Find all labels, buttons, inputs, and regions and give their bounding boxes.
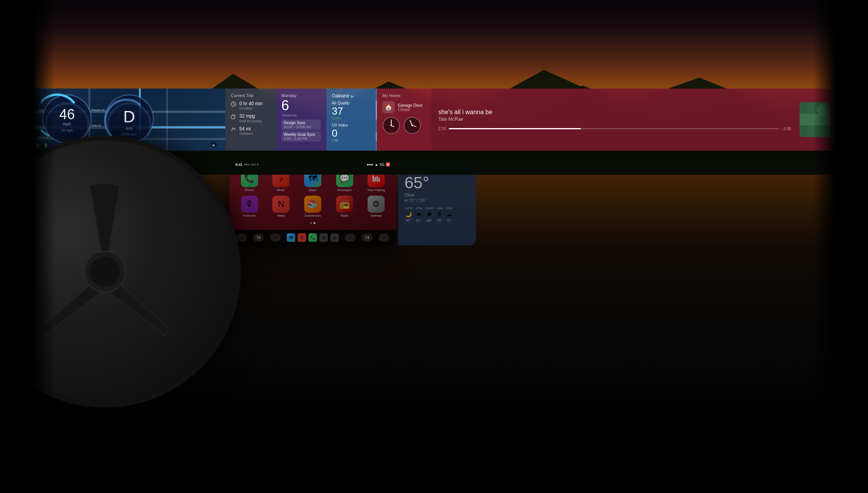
steering-wheel-spokes xyxy=(0,141,236,403)
np-text-area: she's all i wanna be Tate McRae 2:18 -1:… xyxy=(438,109,830,131)
calendar-event-2[interactable]: Weekly Goal Sync 2:30 – 3:30 PM xyxy=(281,131,321,142)
np-progress-track[interactable] xyxy=(449,128,779,129)
garage-icon: 🏠 xyxy=(382,101,395,113)
weather-aq-section: Air Quality 37 Good xyxy=(332,101,371,120)
np-time-total: -1:06 xyxy=(782,127,791,131)
trip-distance-item: 54 mi Distance xyxy=(231,126,270,135)
trip-duration-item: 0 hr 40 min Duration xyxy=(231,101,270,110)
svg-text:2700 rpm: 2700 rpm xyxy=(122,132,136,136)
np-artwork: 🎵 xyxy=(800,102,831,137)
calendar-date: 6 xyxy=(281,99,321,113)
weather-aq-label: Air Quality xyxy=(332,101,371,105)
trip-economy-value: 32 mpg xyxy=(239,113,262,119)
location-arrow-icon: ▶ xyxy=(351,94,354,98)
weather-aq-value: 37 xyxy=(332,106,371,116)
np-progress-bar: 2:18 -1:06 xyxy=(438,127,791,131)
weather-aq-status: Good xyxy=(332,116,371,120)
calendar-widget: Monday 6 Tomorrow Design Sync 10:00 – 11… xyxy=(276,89,326,151)
trip-economy-item: 32 mpg Fuel Economy xyxy=(231,113,270,123)
np-artist: Tate McRae xyxy=(438,116,791,122)
weather-location: Oakland ▶ xyxy=(332,93,371,99)
now-playing-widget: she's all i wanna be Tate McRae 2:18 -1:… xyxy=(431,89,837,151)
phone-status-bar: 9:41 Mon Jun 6 ●●● ▲ 5G ■ xyxy=(229,160,396,169)
trip-distance-value: 54 mi xyxy=(239,126,253,132)
steering-wheel[interactable] xyxy=(0,136,241,408)
analog-clock-2 xyxy=(403,116,421,134)
svg-line-28 xyxy=(234,104,235,105)
svg-text:74 mph: 74 mph xyxy=(61,128,73,132)
svg-text:auto: auto xyxy=(125,126,133,130)
calendar-event-2-time: 2:30 – 3:30 PM xyxy=(284,137,319,141)
svg-text:🎵: 🎵 xyxy=(809,113,821,124)
garage-text: Garage Door Closed xyxy=(398,103,423,112)
analog-clock-1 xyxy=(382,116,400,134)
status-left: 9:41 Mon Jun 6 xyxy=(235,163,258,167)
np-time-current: 2:18 xyxy=(438,127,446,131)
svg-text:D: D xyxy=(123,108,135,126)
home-clocks xyxy=(382,116,426,134)
battery-icon: ■ xyxy=(386,162,390,167)
svg-point-51 xyxy=(90,257,120,286)
garage-status: Closed xyxy=(398,108,423,112)
svg-point-36 xyxy=(390,125,392,126)
clock-icon xyxy=(231,101,236,107)
weather-uv-value: 0 xyxy=(332,128,371,138)
weather-uv-status: Low xyxy=(332,138,371,142)
trip-duration-value: 0 hr 40 min xyxy=(239,101,263,106)
weather-uv-label: UV Index xyxy=(332,123,371,127)
trip-economy-label: Fuel Economy xyxy=(239,119,262,123)
weather-uv-section: UV Index 0 Low xyxy=(332,123,371,142)
wifi-icon: ▲ xyxy=(375,163,378,167)
calendar-event-1-time: 10:00 – 11:00 AM xyxy=(284,125,319,129)
svg-rect-29 xyxy=(232,115,235,119)
garage-door-item[interactable]: 🏠 Garage Door Closed xyxy=(382,101,426,113)
trip-duration-label: Duration xyxy=(239,106,263,110)
weather-widget: Oakland ▶ Air Quality 37 Good UV Index 0… xyxy=(326,89,377,151)
fuel-icon xyxy=(231,114,236,119)
5g-label: 5G xyxy=(380,163,384,167)
status-icons: ●●● ▲ 5G ■ xyxy=(367,162,390,167)
svg-text:46: 46 xyxy=(59,106,75,122)
np-artwork-svg: 🎵 xyxy=(800,102,831,137)
svg-point-40 xyxy=(411,125,413,126)
signal-icon: ●●● xyxy=(367,163,373,167)
home-widget: My Home 🏠 Garage Door Closed xyxy=(377,89,431,151)
trip-widget-title: Current Trip xyxy=(231,93,270,98)
calendar-event-1-title: Design Sync xyxy=(284,121,319,125)
distance-icon xyxy=(231,127,236,132)
np-progress-fill xyxy=(449,128,581,129)
calendar-event-2-title: Weekly Goal Sync xyxy=(284,132,319,137)
np-song-title: she's all i wanna be xyxy=(438,109,791,116)
status-date: Mon Jun 6 xyxy=(244,163,258,166)
calendar-event-1[interactable]: Design Sync 10:00 – 11:00 AM xyxy=(281,120,321,130)
trip-distance-label: Distance xyxy=(239,132,253,135)
garage-name: Garage Door xyxy=(398,103,423,108)
widgets-panel: Current Trip 0 hr 40 min Duration 32 mpg xyxy=(225,89,837,151)
status-time: 9:41 xyxy=(235,163,242,167)
home-widget-title: My Home xyxy=(382,93,426,98)
calendar-sub: Tomorrow xyxy=(281,113,321,117)
svg-text:mph: mph xyxy=(63,122,71,126)
